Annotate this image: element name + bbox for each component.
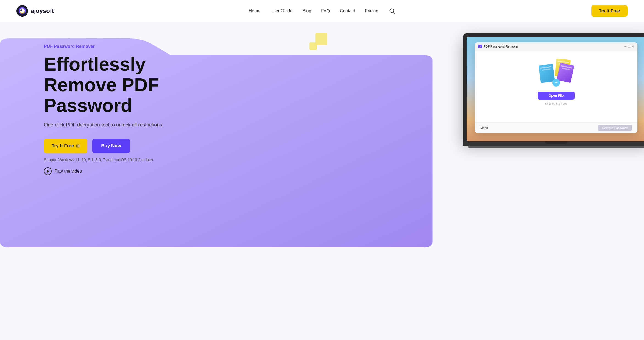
app-footer: Menu Remove Password xyxy=(475,122,637,133)
play-video-button[interactable]: Play the video xyxy=(44,167,82,175)
remove-password-button[interactable]: Remove Password xyxy=(598,125,632,131)
nav-user-guide[interactable]: User Guide xyxy=(270,9,292,13)
svg-line-5 xyxy=(393,12,395,14)
svg-text:P: P xyxy=(479,45,481,48)
deco-square-large xyxy=(315,33,327,45)
laptop-body: P PDF Password Remover ─ □ ✕ xyxy=(463,33,644,141)
deco-square-small xyxy=(309,42,317,50)
header: ajoysoft Home User Guide Blog FAQ Contac… xyxy=(0,0,644,22)
hero-buttons: Try It Free ⊞ Buy Now xyxy=(44,139,163,153)
svg-point-3 xyxy=(20,9,22,11)
laptop-bottom xyxy=(468,146,644,148)
play-icon xyxy=(44,167,52,175)
pdf-icons-cluster: + xyxy=(540,59,573,87)
laptop-base xyxy=(463,141,644,146)
laptop-stand xyxy=(545,141,567,144)
nav-faq[interactable]: FAQ xyxy=(321,9,330,13)
app-body: + Open File or Drop file here xyxy=(475,51,637,122)
nav-blog[interactable]: Blog xyxy=(302,9,311,13)
app-window-controls: ─ □ ✕ xyxy=(625,45,634,48)
logo-icon xyxy=(16,5,28,17)
nav-pricing[interactable]: Pricing xyxy=(365,9,378,13)
open-file-button[interactable]: Open File xyxy=(538,92,575,100)
close-icon[interactable]: ✕ xyxy=(632,45,634,48)
app-window: P PDF Password Remover ─ □ ✕ xyxy=(475,42,637,133)
windows-icon: ⊞ xyxy=(76,143,80,148)
support-text: Support Windows 11, 10, 8.1, 8.0, 7 and … xyxy=(44,157,163,162)
plus-icon: + xyxy=(552,79,560,87)
maximize-icon[interactable]: □ xyxy=(628,45,630,48)
laptop-mockup: P PDF Password Remover ─ □ ✕ xyxy=(463,33,644,148)
hero-section: PDF Password Remover Effortlessly Remove… xyxy=(0,22,644,247)
nav-home[interactable]: Home xyxy=(249,9,261,13)
logo-text: ajoysoft xyxy=(31,7,54,15)
search-button[interactable] xyxy=(388,7,396,15)
hero-content: PDF Password Remover Effortlessly Remove… xyxy=(16,22,163,175)
nav: Home User Guide Blog FAQ Contact Pricing xyxy=(249,7,397,15)
buy-now-button[interactable]: Buy Now xyxy=(92,139,130,153)
header-cta-button[interactable]: Try It Free xyxy=(591,5,628,17)
app-menu-label[interactable]: Menu xyxy=(480,126,488,129)
search-icon xyxy=(389,8,395,14)
hero-subtitle: One-click PDF decryption tool to unlock … xyxy=(44,122,163,128)
app-title: P PDF Password Remover xyxy=(478,45,518,48)
drop-text: or Drop file here xyxy=(545,102,567,105)
try-it-free-button[interactable]: Try It Free ⊞ xyxy=(44,139,87,153)
product-label: PDF Password Remover xyxy=(44,44,163,49)
pdf-doc-blue xyxy=(539,64,555,83)
app-titlebar: P PDF Password Remover ─ □ ✕ xyxy=(475,42,637,51)
hero-title: Effortlessly Remove PDF Password xyxy=(44,54,163,115)
minimize-icon[interactable]: ─ xyxy=(625,45,627,48)
app-icon: P xyxy=(478,45,482,48)
nav-contact[interactable]: Contact xyxy=(340,9,355,13)
logo[interactable]: ajoysoft xyxy=(16,5,54,17)
laptop-screen: P PDF Password Remover ─ □ ✕ xyxy=(467,37,644,141)
